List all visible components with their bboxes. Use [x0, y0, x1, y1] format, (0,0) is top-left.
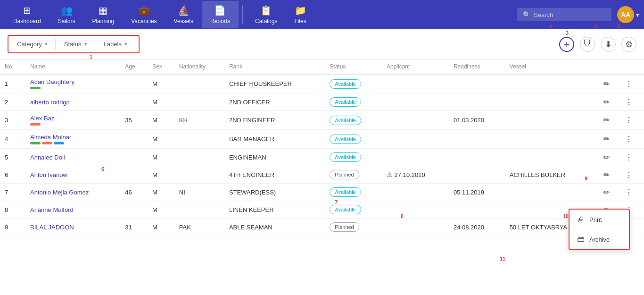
annotation-3: 3: [566, 30, 569, 36]
cell-readiness: [449, 74, 505, 93]
cell-edit[interactable]: ✏: [599, 93, 620, 111]
col-readiness: Readiness: [449, 59, 505, 74]
cell-edit[interactable]: ✏: [599, 149, 620, 166]
more-icon[interactable]: ⋮: [625, 188, 633, 196]
labels-label: Labels: [104, 41, 122, 48]
sailor-name-link[interactable]: Arianne Mulford: [30, 206, 74, 213]
cell-more[interactable]: ⋮: [620, 130, 644, 149]
cell-name[interactable]: Antonio Mejia Gomez: [25, 184, 120, 201]
status-badge: Planned: [330, 170, 359, 179]
search-input[interactable]: [534, 11, 606, 18]
cell-more[interactable]: ⋮: [620, 149, 644, 166]
nav-item-sailors[interactable]: 👥 Sailors: [50, 1, 84, 28]
status-badge: Planned: [330, 222, 359, 232]
label-dot: [42, 142, 52, 144]
col-no: No.: [0, 59, 25, 74]
sailor-name-link[interactable]: BILAL JADOON: [30, 224, 74, 231]
download-button[interactable]: ⬇: [601, 37, 616, 52]
cell-name[interactable]: Arianne Mulford: [25, 201, 120, 219]
cell-edit[interactable]: ✏: [599, 166, 620, 184]
nav-label-vacancies: Vacancies: [131, 18, 157, 25]
table-row: 6 Anton Ivanow M 4TH ENGINEER Planned ⚠ …: [0, 166, 644, 184]
add-button[interactable]: ＋: [559, 37, 574, 52]
cell-applicant: [382, 149, 449, 166]
label-dot: [30, 123, 41, 126]
cell-sex: M: [148, 111, 174, 130]
cell-name[interactable]: Anton Ivanow: [25, 166, 120, 184]
labels-filter[interactable]: Labels ▾: [99, 39, 135, 50]
more-icon[interactable]: ⋮: [625, 98, 633, 106]
cell-readiness: [449, 130, 505, 149]
sailor-name-link[interactable]: Antonio Mejia Gomez: [30, 189, 89, 196]
sailor-name-link[interactable]: Annalee Doll: [30, 154, 65, 161]
cell-more[interactable]: ⋮: [620, 93, 644, 111]
catalogs-icon: 📋: [260, 5, 272, 16]
cell-more[interactable]: ⋮: [620, 74, 644, 93]
table-row: 3 Alex Baz 35 M KH 2ND ENGINEER Availabl…: [0, 111, 644, 130]
more-icon[interactable]: ⋮: [625, 171, 633, 179]
category-filter[interactable]: Category ▾: [12, 39, 56, 50]
annotation-8: 8: [401, 213, 404, 219]
table-row: 1 Adan Daughtery M CHIEF HOUSKEEPER Avai…: [0, 74, 644, 93]
nav-item-planning[interactable]: ▦ Planning: [83, 1, 123, 28]
more-icon[interactable]: ⋮: [625, 153, 633, 161]
cell-name[interactable]: Adan Daughtery: [25, 74, 120, 93]
cell-name[interactable]: Alex Baz: [25, 111, 120, 130]
filter-group: Category ▾ Status ▾ Labels ▾: [8, 35, 140, 53]
nav-item-files[interactable]: 📁 Files: [286, 1, 314, 28]
cell-applicant: [382, 130, 449, 149]
cell-edit[interactable]: ✏: [599, 74, 620, 93]
edit-icon[interactable]: ✏: [603, 98, 610, 106]
nav-item-catalogs[interactable]: 📋 Catalogs: [247, 1, 286, 28]
sailor-name-link[interactable]: Anton Ivanow: [30, 171, 67, 178]
avatar-dropdown-icon[interactable]: ▾: [636, 11, 639, 18]
popup-print[interactable]: 🖨 Print: [570, 210, 629, 229]
cell-more[interactable]: ⋮: [620, 184, 644, 201]
popup-archive[interactable]: 🗃 Archive: [570, 229, 629, 249]
labels-chevron-icon: ▾: [124, 41, 127, 47]
nav-item-vessels[interactable]: ⛵ Vessels: [165, 1, 202, 28]
nav-item-dashboard[interactable]: ⊞ Dashboard: [5, 1, 50, 28]
status-chevron-icon: ▾: [84, 41, 87, 47]
table-row: 9 BILAL JADOON 31 M PAK ABLE SEAMAN Plan…: [0, 219, 644, 236]
status-badge: Available: [330, 97, 361, 107]
status-filter[interactable]: Status ▾: [59, 39, 95, 50]
annotation-6: 6: [101, 166, 104, 172]
nav-label-reports: Reports: [210, 18, 230, 25]
cell-more[interactable]: ⋮: [620, 111, 644, 130]
cell-edit[interactable]: ✏: [599, 184, 620, 201]
edit-icon[interactable]: ✏: [603, 116, 610, 124]
planning-icon: ▦: [99, 5, 107, 16]
cell-edit[interactable]: ✏: [599, 111, 620, 130]
sailor-name-link[interactable]: Alex Baz: [30, 115, 54, 122]
sailor-name-link[interactable]: Adan Daughtery: [30, 78, 74, 85]
avatar[interactable]: AA: [617, 6, 634, 23]
sailor-name-link[interactable]: alberto rodrigo: [30, 99, 70, 106]
edit-icon[interactable]: ✏: [603, 135, 610, 143]
cell-name[interactable]: Annalee Doll: [25, 149, 120, 166]
edit-icon[interactable]: ✏: [603, 153, 610, 161]
more-icon[interactable]: ⋮: [625, 135, 633, 143]
cell-age: [120, 93, 148, 111]
nav-item-vacancies[interactable]: 💼 Vacancies: [123, 1, 165, 28]
more-icon[interactable]: ⋮: [625, 116, 633, 124]
cell-age: 35: [120, 111, 148, 130]
edit-icon[interactable]: ✏: [603, 188, 610, 196]
edit-icon[interactable]: ✏: [603, 171, 610, 179]
edit-icon[interactable]: ✏: [603, 80, 610, 88]
cell-vessel: [505, 130, 599, 149]
sailor-name-link[interactable]: Almeda Molnar: [30, 134, 71, 141]
cell-name[interactable]: Almeda Molnar: [25, 130, 120, 149]
search-bar[interactable]: 🔍: [517, 8, 611, 21]
more-icon[interactable]: ⋮: [625, 80, 633, 88]
cell-name[interactable]: alberto rodrigo: [25, 93, 120, 111]
annotation-9: 9: [585, 176, 587, 181]
cell-rank: ENGINEMAN: [224, 149, 325, 166]
cell-nationality: [174, 74, 224, 93]
settings-button[interactable]: ⚙: [621, 37, 636, 52]
cell-edit[interactable]: ✏: [599, 130, 620, 149]
filter-button[interactable]: ⛉: [580, 37, 595, 52]
cell-name[interactable]: BILAL JADOON: [25, 219, 120, 236]
cell-more[interactable]: ⋮: [620, 166, 644, 184]
nav-item-reports[interactable]: 📄 Reports: [202, 1, 239, 28]
